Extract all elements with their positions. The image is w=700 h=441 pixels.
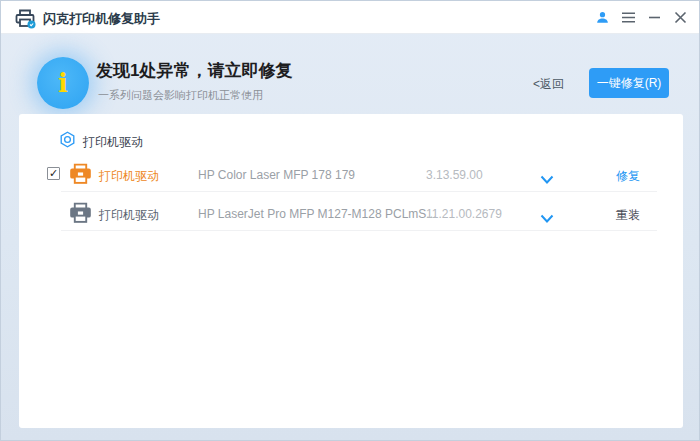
scan-result-subtitle: 一系列问题会影响打印机正常使用 bbox=[98, 88, 263, 103]
row2-action-reinstall[interactable]: 重装 bbox=[616, 207, 640, 224]
scan-result-title: 发现1处异常，请立即修复 bbox=[96, 59, 292, 82]
app-window: 闪克打印机修复助手 bbox=[0, 0, 700, 441]
row2-device-name: HP LaserJet Pro MFP M127-M128 PCLmS... bbox=[198, 207, 436, 221]
minimize-icon[interactable] bbox=[641, 1, 667, 34]
row-divider bbox=[61, 191, 657, 192]
row1-version: 3.13.59.00 bbox=[426, 168, 483, 182]
close-icon[interactable] bbox=[667, 1, 693, 34]
info-icon: i bbox=[37, 57, 89, 109]
one-click-repair-button[interactable]: 一键修复(R) bbox=[589, 68, 669, 98]
chevron-down-icon[interactable] bbox=[540, 171, 554, 181]
printer-icon bbox=[68, 161, 93, 186]
printer-icon bbox=[68, 200, 93, 225]
printer-app-icon bbox=[13, 6, 37, 30]
app-title: 闪克打印机修复助手 bbox=[43, 10, 160, 28]
row2-type-label: 打印机驱动 bbox=[99, 207, 159, 224]
driver-hexagon-icon bbox=[59, 131, 76, 148]
titlebar: 闪克打印机修复助手 bbox=[1, 1, 699, 34]
driver-issues-panel: 打印机驱动 ✓ 打印机驱动 HP Color Laser MFP 178 179… bbox=[19, 114, 683, 428]
back-link[interactable]: <返回 bbox=[533, 76, 564, 93]
row1-device-name: HP Color Laser MFP 178 179 bbox=[198, 168, 355, 182]
chevron-down-icon[interactable] bbox=[540, 210, 554, 220]
row1-checkbox[interactable]: ✓ bbox=[47, 167, 60, 180]
row2-version: 11.21.00.2679 bbox=[426, 207, 502, 221]
row-divider bbox=[61, 230, 657, 231]
row1-action-repair[interactable]: 修复 bbox=[616, 168, 640, 185]
section-title: 打印机驱动 bbox=[83, 134, 143, 151]
menu-icon[interactable] bbox=[615, 1, 641, 34]
user-icon[interactable] bbox=[589, 1, 615, 34]
row1-type-label: 打印机驱动 bbox=[99, 168, 159, 185]
window-controls bbox=[589, 1, 693, 34]
